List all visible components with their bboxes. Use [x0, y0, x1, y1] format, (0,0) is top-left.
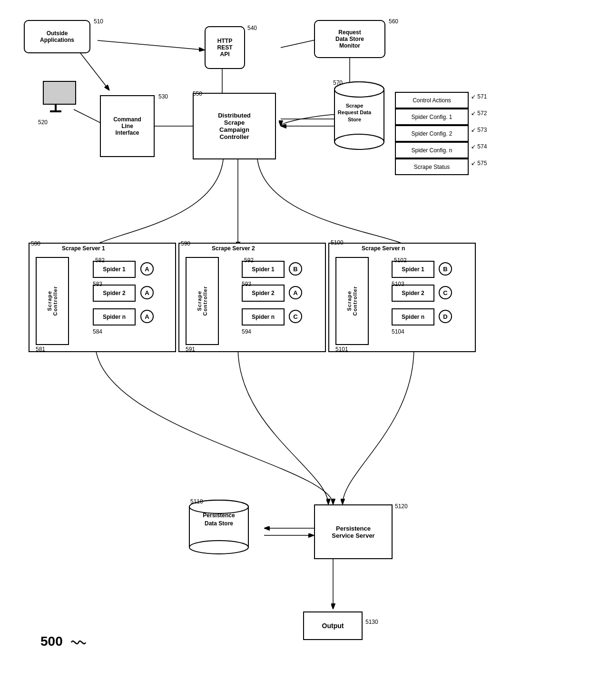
badge-s1-spiderm: A	[140, 310, 154, 323]
ref-5103: 5103	[392, 281, 404, 287]
ref-5100: 5100	[331, 239, 344, 246]
cli-box: CommandLineInterface	[100, 95, 155, 157]
scrape-ctrln-box: ScrapeController	[335, 257, 369, 345]
dscc-box: DistributedScrapeCampaignController	[193, 93, 276, 159]
ref-571: ↙ 571	[471, 93, 487, 100]
scrape-request-ds-label: ScrapeRequest DataStore	[333, 102, 376, 123]
badge-s2-spider2: A	[289, 286, 302, 299]
badge-s2-spider1: B	[289, 262, 302, 276]
ref-580: 580	[31, 240, 40, 247]
svg-line-2	[76, 48, 109, 90]
ref-5104: 5104	[392, 328, 404, 335]
spider-config2-box: Spider Config. 2	[395, 125, 469, 142]
ref-5101: 5101	[335, 346, 348, 353]
ref-590: 590	[181, 240, 190, 247]
scrape-ctrl1-box: ScrapeController	[36, 257, 69, 345]
spiderm-sn-box: Spider n	[392, 308, 434, 325]
ref-581: 581	[36, 346, 45, 353]
ref-573: ↙ 573	[471, 127, 487, 133]
spider-confign-box: Spider Config. n	[395, 142, 469, 158]
ref-570: 570	[333, 79, 343, 86]
ref-5110: 5110	[190, 498, 203, 505]
ref-593: 593	[242, 281, 251, 287]
ref-540: 540	[247, 25, 257, 31]
ref-594: 594	[242, 328, 251, 335]
ref-5130: 5130	[365, 619, 378, 625]
persistence-ds-label: PersistenceData Store	[190, 512, 247, 528]
badge-sn-spider1: B	[439, 262, 452, 276]
spiderm-s2-box: Spider n	[242, 308, 285, 325]
scrape-servern-label: Scrape Server n	[362, 245, 405, 252]
ref-591: 591	[186, 346, 195, 353]
ref-574: ↙ 574	[471, 143, 487, 150]
ref-510: 510	[94, 18, 103, 25]
ref-592: 592	[244, 257, 254, 264]
ref-575: ↙ 575	[471, 160, 487, 167]
ref-560: 560	[389, 18, 398, 25]
badge-sn-spider2: C	[439, 286, 452, 299]
outside-applications-box: OutsideApplications	[24, 20, 90, 53]
ref-584: 584	[93, 328, 102, 335]
scrape-ctrl2-box: ScrapeController	[186, 257, 219, 345]
ref-520: 520	[38, 119, 48, 126]
persistence-service-box: PersistenceService Server	[314, 504, 393, 559]
spider-config1-box: Spider Config. 1	[395, 108, 469, 125]
svg-point-34	[334, 134, 384, 149]
persistence-ds-cylinder	[188, 500, 250, 557]
control-actions-box: Control Actions	[395, 92, 469, 108]
badge-s1-spider2: A	[140, 286, 154, 299]
computer-icon	[38, 81, 81, 117]
badge-s2-spiderm: C	[289, 310, 302, 323]
ref-572: ↙ 572	[471, 110, 487, 117]
spiderm-s1-box: Spider n	[93, 308, 136, 325]
http-rest-box: HTTPRESTAPI	[205, 26, 245, 69]
ref-550: 550	[193, 90, 202, 97]
svg-line-1	[98, 40, 205, 50]
output-box: Output	[303, 611, 363, 640]
scrape-status-box: Scrape Status	[395, 158, 469, 175]
scrape-server2-label: Scrape Server 2	[212, 245, 255, 252]
ref-5102: 5102	[394, 257, 407, 264]
ref-5120: 5120	[395, 503, 408, 510]
ref-530: 530	[158, 93, 168, 100]
ref-583: 583	[93, 281, 102, 287]
scrape-server1-label: Scrape Server 1	[62, 245, 105, 252]
svg-point-38	[189, 541, 248, 554]
badge-s1-spider1: A	[140, 262, 154, 276]
ref-582: 582	[95, 257, 105, 264]
badge-sn-spiderm: D	[439, 310, 452, 323]
request-ds-monitor-box: RequestData StoreMonitor	[314, 20, 385, 58]
figure-number: 500	[40, 633, 93, 652]
